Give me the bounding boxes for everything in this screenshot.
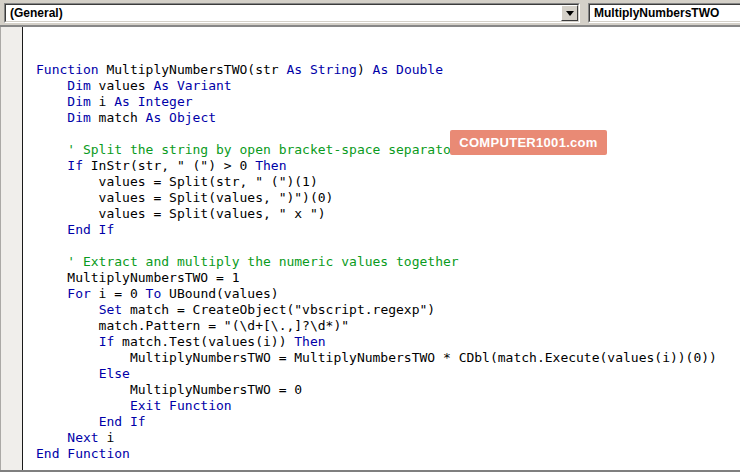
procedure-dropdown-value: MultiplyNumbersTWO	[594, 5, 719, 21]
code-token: If	[67, 158, 83, 173]
code-line: Dim values As Variant	[36, 78, 740, 94]
object-dropdown[interactable]: (General)	[4, 3, 580, 23]
code-token: MultiplyNumbersTWO = 0	[36, 382, 302, 397]
code-token: String	[310, 62, 357, 77]
procedure-dropdown[interactable]: MultiplyNumbersTWO	[588, 3, 740, 23]
code-token: match	[91, 110, 146, 125]
code-token: If	[99, 334, 115, 349]
code-token: Integer	[138, 94, 193, 109]
code-token: ' Split the string by open bracket-space…	[36, 142, 459, 157]
code-token	[36, 222, 67, 237]
watermark-label: COMPUTER1001.com	[459, 135, 597, 150]
code-token: Dim	[67, 110, 90, 125]
code-line: Dim match As Object	[36, 110, 740, 126]
code-token	[36, 398, 130, 413]
code-token: values = Split(str, " (")(1)	[36, 174, 318, 189]
code-token	[36, 334, 99, 349]
code-token	[36, 158, 67, 173]
code-token: values = Split(values, ")")(0)	[36, 190, 333, 205]
code-token	[36, 430, 67, 445]
code-token: End Function	[36, 446, 130, 461]
code-line: ' Split the string by open bracket-space…	[36, 142, 740, 158]
code-line: MultiplyNumbersTWO = 0	[36, 382, 740, 398]
code-token: values	[91, 78, 154, 93]
code-token: InStr(str, " (") > 0	[83, 158, 255, 173]
code-token: i	[99, 430, 115, 445]
code-token	[36, 286, 67, 301]
watermark-badge: COMPUTER1001.com	[450, 130, 607, 155]
code-line	[36, 126, 740, 142]
code-line	[36, 238, 740, 254]
code-token	[36, 414, 99, 429]
dropdown-arrow-button[interactable]	[561, 5, 578, 21]
code-token: For	[67, 286, 90, 301]
code-token: )	[357, 62, 373, 77]
code-token	[36, 302, 99, 317]
code-token: Set	[99, 302, 122, 317]
code-token: As	[373, 62, 389, 77]
code-token: Dim	[67, 94, 90, 109]
code-line: values = Split(str, " (")(1)	[36, 174, 740, 190]
code-line: For i = 0 To UBound(values)	[36, 286, 740, 302]
code-line: If InStr(str, " (") > 0 Then	[36, 158, 740, 174]
code-token: Variant	[177, 78, 232, 93]
code-token: ' Extract and multiply the numeric value…	[36, 254, 459, 269]
code-token: Double	[396, 62, 443, 77]
code-line: MultiplyNumbersTWO = 1	[36, 270, 740, 286]
code-token: End If	[99, 414, 146, 429]
code-token: i = 0	[91, 286, 146, 301]
code-token: match = CreateObject("vbscript.regexp")	[122, 302, 435, 317]
code-text[interactable]: Function MultiplyNumbersTWO(str As Strin…	[23, 27, 740, 470]
code-token	[36, 78, 67, 93]
code-token: Object	[169, 110, 216, 125]
code-token: Function	[36, 62, 99, 77]
code-token: Then	[294, 334, 325, 349]
code-token: As	[286, 62, 302, 77]
code-line: Function MultiplyNumbersTWO(str As Strin…	[36, 62, 740, 78]
code-token: As	[146, 110, 162, 125]
code-line: MultiplyNumbersTWO = MultiplyNumbersTWO …	[36, 350, 740, 366]
code-line: ' Extract and multiply the numeric value…	[36, 254, 740, 270]
code-token: MultiplyNumbersTWO = MultiplyNumbersTWO …	[36, 350, 717, 365]
code-token	[169, 78, 177, 93]
code-token: Dim	[67, 78, 90, 93]
object-dropdown-value: (General)	[10, 5, 63, 21]
code-token	[36, 110, 67, 125]
object-dropdown-field[interactable]: (General)	[5, 4, 579, 22]
code-token: End If	[67, 222, 114, 237]
code-line: End If	[36, 222, 740, 238]
code-token: Next	[67, 430, 98, 445]
code-token	[302, 62, 310, 77]
margin-indicator-bar	[0, 27, 23, 470]
chevron-down-icon	[566, 11, 574, 16]
code-line: If match.Test(values(i)) Then	[36, 334, 740, 350]
code-token	[388, 62, 396, 77]
code-line: Dim i As Integer	[36, 94, 740, 110]
code-line: Else	[36, 366, 740, 382]
code-token: i	[91, 94, 114, 109]
code-token: Exit Function	[130, 398, 232, 413]
code-token	[36, 366, 99, 381]
code-token: match.Pattern = "(\d+[\.,]?\d*)"	[36, 318, 349, 333]
code-line: Next i	[36, 430, 740, 446]
code-token: As	[153, 78, 169, 93]
code-token: Then	[255, 158, 286, 173]
code-line: match.Pattern = "(\d+[\.,]?\d*)"	[36, 318, 740, 334]
code-token: MultiplyNumbersTWO = 1	[36, 270, 240, 285]
code-editor[interactable]: Function MultiplyNumbersTWO(str As Strin…	[0, 27, 740, 470]
code-token	[36, 94, 67, 109]
code-token: Else	[99, 366, 130, 381]
code-token: UBound(values)	[161, 286, 278, 301]
code-token: As	[114, 94, 130, 109]
procedure-dropdown-field[interactable]: MultiplyNumbersTWO	[589, 4, 740, 22]
code-token	[161, 110, 169, 125]
code-line: values = Split(values, ")")(0)	[36, 190, 740, 206]
vba-editor-code-window: (General) MultiplyNumbersTWO Function Mu…	[0, 0, 740, 472]
code-line: Exit Function	[36, 398, 740, 414]
code-token: match.Test(values(i))	[114, 334, 294, 349]
code-line: Set match = CreateObject("vbscript.regex…	[36, 302, 740, 318]
code-line: values = Split(values, " x ")	[36, 206, 740, 222]
code-line: End Function	[36, 446, 740, 462]
code-token: MultiplyNumbersTWO(str	[99, 62, 287, 77]
code-window-toolbar: (General) MultiplyNumbersTWO	[0, 0, 740, 27]
